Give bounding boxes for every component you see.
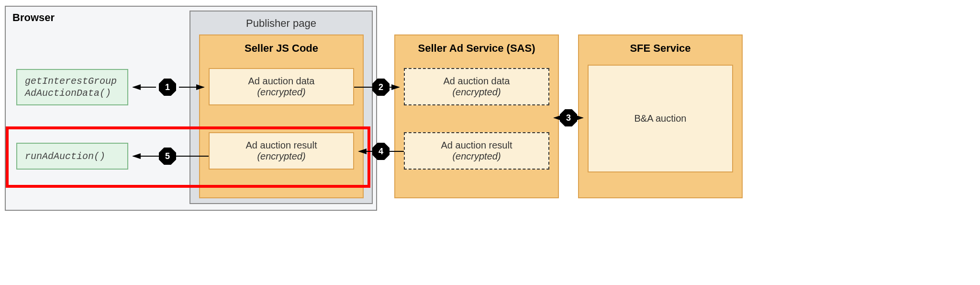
api-get-interest-group-data: getInterestGroup AdAuctionData()	[16, 69, 128, 105]
card-line2: (encrypted)	[405, 87, 548, 98]
api-run-ad-auction: runAdAuction()	[16, 143, 128, 170]
card-line1: Ad auction result	[210, 140, 353, 151]
publisher-page-title: Publisher page	[190, 17, 372, 30]
card-line1: Ad auction data	[210, 76, 353, 87]
seller-js-auction-result-card: Ad auction result (encrypted)	[209, 132, 354, 170]
sas-auction-data-card: Ad auction data (encrypted)	[404, 68, 549, 105]
card-line1: Ad auction data	[405, 76, 548, 87]
sas-container: Seller Ad Service (SAS)	[394, 34, 559, 198]
sas-auction-result-card: Ad auction result (encrypted)	[404, 132, 549, 170]
sas-title: Seller Ad Service (SAS)	[395, 42, 558, 55]
sfe-title: SFE Service	[579, 42, 742, 55]
api-run-ad-auction-label: runAdAuction()	[25, 150, 105, 162]
api-get-interest-group-data-label: getInterestGroup AdAuctionData()	[25, 75, 117, 99]
card-line2: (encrypted)	[405, 151, 548, 162]
card-line2: (encrypted)	[210, 151, 353, 162]
diagram-canvas: Browser Publisher page Seller JS Code ge…	[0, 0, 746, 216]
step-badge-4: 4	[372, 143, 390, 160]
card-line1: Ad auction result	[405, 140, 548, 151]
seller-js-container: Seller JS Code	[199, 34, 364, 198]
seller-js-auction-data-card: Ad auction data (encrypted)	[209, 68, 354, 105]
seller-js-title: Seller JS Code	[200, 42, 363, 55]
browser-title: Browser	[12, 11, 55, 24]
ba-auction-label: B&A auction	[635, 113, 687, 124]
step-badge-3: 3	[560, 109, 577, 126]
card-line2: (encrypted)	[210, 87, 353, 98]
step-badge-2: 2	[372, 79, 390, 96]
ba-auction-card: B&A auction	[588, 65, 733, 172]
